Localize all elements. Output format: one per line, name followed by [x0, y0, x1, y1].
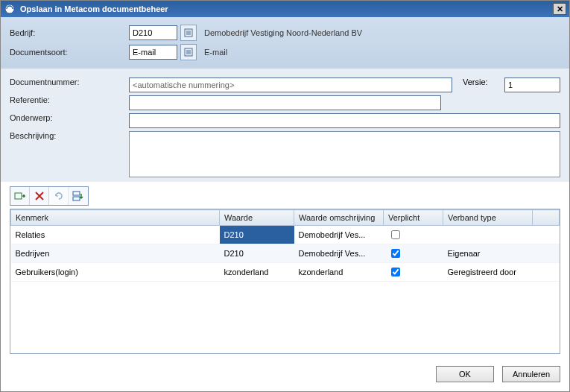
delete-row-button[interactable]: [30, 187, 49, 205]
window-title: Opslaan in Metacom documentbeheer: [20, 4, 168, 13]
svg-rect-9: [15, 193, 22, 199]
beschrijving-label: Beschrijving:: [10, 131, 129, 140]
cell-omschrijving[interactable]: Demobedrijf Ves...: [294, 226, 384, 244]
delete-icon: [34, 191, 45, 201]
cell-waarde[interactable]: D210: [220, 244, 294, 263]
docsoort-lookup-button[interactable]: [180, 44, 197, 60]
cell-waarde[interactable]: kzonderland: [220, 263, 294, 282]
cell-verplicht[interactable]: [384, 263, 443, 282]
svg-rect-11: [73, 197, 80, 200]
verplicht-checkbox[interactable]: [391, 230, 400, 239]
mid-panel: Documentnummer: Versie: Referentie: Onde…: [1, 68, 569, 182]
cancel-button[interactable]: Annuleren: [502, 366, 560, 382]
grid-toolbar: [1, 182, 569, 209]
col-waarde[interactable]: Waarde: [220, 210, 294, 226]
cell-verband[interactable]: Eigenaar: [443, 244, 533, 263]
versie-input[interactable]: [504, 78, 560, 92]
col-spacer: [533, 210, 560, 226]
col-omschrijving[interactable]: Waarde omschrijving: [294, 210, 384, 226]
insert-icon: [72, 191, 84, 201]
col-verplicht[interactable]: Verplicht: [384, 210, 443, 226]
verplicht-checkbox[interactable]: [391, 249, 400, 258]
bedrijf-input[interactable]: [129, 25, 177, 40]
table-row[interactable]: BedrijvenD210Demobedrijf Ves...Eigenaar: [11, 244, 560, 263]
col-verband[interactable]: Verband type: [443, 210, 533, 226]
verplicht-checkbox[interactable]: [391, 268, 400, 276]
dialog-buttons: OK Annuleren: [1, 358, 569, 391]
docsoort-label: Documentsoort:: [10, 48, 129, 57]
cell-verplicht[interactable]: [384, 226, 443, 244]
properties-grid: Kenmerk Waarde Waarde omschrijving Verpl…: [10, 209, 560, 354]
svg-rect-10: [73, 192, 80, 195]
ok-button[interactable]: OK: [436, 366, 494, 382]
versie-label: Versie:: [452, 78, 504, 86]
cell-waarde[interactable]: D210: [220, 226, 294, 244]
col-kenmerk[interactable]: Kenmerk: [11, 210, 220, 226]
cell-omschrijving[interactable]: Demobedrijf Ves...: [294, 244, 384, 263]
cell-omschrijving[interactable]: kzonderland: [294, 263, 384, 282]
list-icon: [184, 48, 193, 57]
referentie-label: Referentie:: [10, 95, 129, 104]
onderwerp-input[interactable]: [129, 113, 560, 128]
refresh-icon: [54, 191, 64, 201]
insert-row-button[interactable]: [69, 187, 88, 205]
docnr-label: Documentnummer:: [10, 78, 129, 86]
cell-verplicht[interactable]: [384, 244, 443, 263]
app-icon: [4, 3, 16, 15]
bedrijf-lookup-button[interactable]: [180, 25, 197, 41]
cell-kenmerk[interactable]: Bedrijven: [11, 244, 220, 263]
cell-verband[interactable]: [443, 226, 533, 244]
referentie-input[interactable]: [129, 95, 441, 110]
onderwerp-label: Onderwerp:: [10, 113, 129, 122]
cell-kenmerk[interactable]: Relaties: [11, 226, 220, 244]
docsoort-input[interactable]: [129, 45, 177, 60]
add-row-button[interactable]: [10, 187, 30, 205]
add-icon: [14, 191, 26, 201]
table-row[interactable]: RelatiesD210Demobedrijf Ves...: [11, 226, 560, 244]
cell-kenmerk[interactable]: Gebruikers(login): [11, 263, 220, 282]
table-row[interactable]: Gebruikers(login)kzonderlandkzonderlandG…: [11, 263, 560, 282]
dialog-window: Opslaan in Metacom documentbeheer ✕ Bedr…: [0, 0, 570, 392]
docsoort-description: E-mail: [204, 48, 227, 57]
top-panel: Bedrijf: Demobedrijf Vestiging Noord-Ned…: [1, 17, 569, 68]
cell-verband[interactable]: Geregistreerd door: [443, 263, 533, 282]
list-icon: [184, 28, 193, 37]
bedrijf-description: Demobedrijf Vestiging Noord-Nederland BV: [204, 28, 362, 37]
titlebar: Opslaan in Metacom documentbeheer ✕: [1, 1, 569, 17]
refresh-button[interactable]: [49, 187, 69, 205]
close-button[interactable]: ✕: [553, 3, 566, 15]
beschrijving-input[interactable]: [129, 131, 560, 177]
docnr-input[interactable]: [129, 78, 452, 92]
bedrijf-label: Bedrijf:: [10, 28, 129, 37]
